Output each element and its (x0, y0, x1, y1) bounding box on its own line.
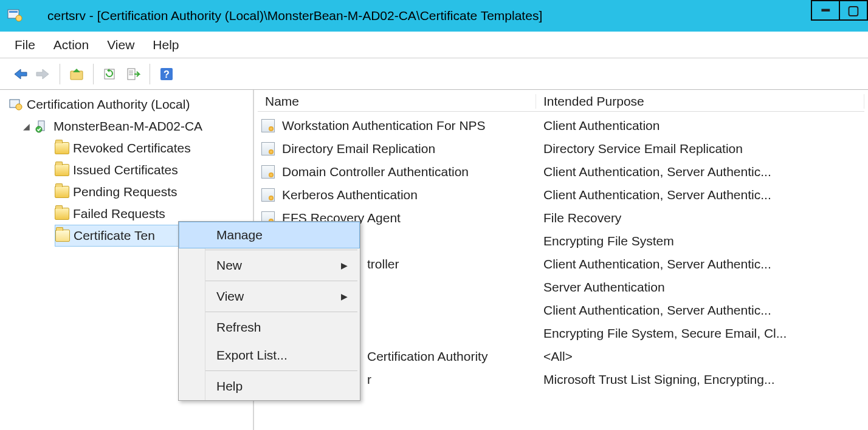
nav-back-button[interactable] (10, 64, 30, 84)
context-menu-item-export-list[interactable]: Export List... (179, 341, 360, 369)
context-menu-label: Manage (216, 228, 263, 242)
up-folder-button[interactable] (66, 64, 87, 84)
tree-item-label: Issued Certificates (73, 163, 178, 177)
submenu-arrow-icon: ▶ (341, 292, 348, 301)
template-name: Directory Email Replication (282, 142, 435, 156)
refresh-button[interactable] (100, 64, 120, 84)
svg-text:?: ? (164, 69, 170, 80)
tree-item-pending[interactable]: Pending Requests (0, 181, 253, 203)
context-menu-label: Help (216, 379, 243, 394)
window-title: certsrv - [Certification Authority (Loca… (47, 9, 542, 23)
cell-purpose: Client Authentication, Server Authentic.… (536, 188, 864, 202)
svg-rect-5 (128, 69, 135, 80)
cell-purpose: File Recovery (536, 211, 864, 225)
context-menu-label: New (216, 258, 242, 273)
cell-purpose: <All> (536, 349, 864, 364)
export-list-button[interactable] (123, 64, 143, 84)
tree-root-label: Certification Authority (Local) (27, 97, 190, 112)
cert-template-icon (261, 165, 275, 179)
cell-purpose: Microsoft Trust List Signing, Encrypting… (536, 372, 864, 387)
svg-rect-3 (71, 71, 83, 80)
tree-ca-node[interactable]: ◢ MonsterBean-M-AD02-CA (0, 115, 253, 137)
svg-point-12 (16, 104, 22, 110)
context-menu-separator (205, 250, 357, 250)
tree-ca-label: MonsterBean-M-AD02-CA (53, 119, 202, 134)
cell-purpose: Client Authentication, Server Authentic.… (536, 257, 864, 271)
tree-item-revoked[interactable]: Revoked Certificates (0, 137, 253, 159)
server-icon (35, 120, 50, 133)
cell-purpose: Client Authentication, Server Authentic.… (536, 165, 864, 179)
main-content: Certification Authority (Local) ◢ Monste… (0, 90, 868, 430)
column-header-name[interactable]: Name (258, 94, 536, 109)
tree-item-label: Revoked Certificates (73, 141, 191, 155)
ca-root-icon (9, 98, 23, 111)
toolbar-separator (150, 64, 150, 84)
folder-icon (55, 142, 69, 154)
context-menu-separator (205, 370, 357, 371)
context-menu-item-help[interactable]: Help (179, 372, 360, 400)
tree-item-issued[interactable]: Issued Certificates (0, 159, 253, 181)
minimize-button[interactable]: ━ (811, 0, 840, 21)
context-menu-item-new[interactable]: New▶ (179, 251, 360, 279)
tree-item-label: Certificate Ten (74, 228, 155, 243)
menu-file[interactable]: File (15, 38, 35, 52)
list-header: Name Intended Purpose (258, 91, 864, 112)
folder-icon (55, 208, 69, 220)
template-name: Kerberos Authentication (282, 188, 418, 202)
menu-help[interactable]: Help (153, 38, 179, 52)
cell-name: Directory Email Replication (258, 142, 536, 156)
context-menu-label: Export List... (216, 348, 288, 363)
toolbar-separator (60, 64, 60, 84)
menu-view[interactable]: View (107, 38, 134, 52)
list-row[interactable]: Directory Email ReplicationDirectory Ser… (254, 137, 868, 160)
column-header-purpose[interactable]: Intended Purpose (536, 94, 864, 109)
tree-item-label: Pending Requests (73, 185, 177, 199)
context-menu-item-manage[interactable]: Manage (179, 222, 360, 248)
menu-action[interactable]: Action (53, 38, 89, 52)
folder-icon (55, 164, 69, 176)
template-name: Certification Authority (367, 349, 487, 364)
toolbar: ? (0, 58, 868, 90)
expand-icon[interactable]: ◢ (23, 122, 32, 131)
context-menu-label: Refresh (216, 320, 261, 335)
toolbar-separator (93, 64, 94, 84)
cert-template-icon (261, 188, 275, 202)
cell-purpose: Encrypting File System, Secure Email, Cl… (536, 326, 864, 341)
tree-item-label: Failed Requests (73, 206, 165, 221)
help-button[interactable]: ? (156, 64, 177, 84)
svg-point-2 (16, 15, 22, 21)
context-menu-separator (205, 281, 357, 281)
context-menu-separator (205, 312, 357, 312)
context-menu: ManageNew▶View▶RefreshExport List...Help (178, 221, 360, 401)
window-controls: ━ ▢ (812, 0, 868, 32)
cell-purpose: Server Authentication (536, 280, 864, 295)
context-menu-label: View (216, 289, 244, 304)
template-name: Workstation Authentication For NPS (282, 118, 486, 133)
cell-name: Kerberos Authentication (258, 188, 536, 202)
cell-name: Domain Controller Authentication (258, 165, 536, 179)
cell-purpose: Client Authentication, Server Authentic.… (536, 303, 864, 318)
folder-open-icon (55, 230, 70, 242)
context-menu-item-refresh[interactable]: Refresh (179, 313, 360, 341)
template-name: Domain Controller Authentication (282, 165, 469, 179)
cell-purpose: Encrypting File System (536, 234, 864, 248)
submenu-arrow-icon: ▶ (341, 261, 348, 270)
svg-rect-1 (9, 11, 18, 13)
maximize-button[interactable]: ▢ (839, 0, 868, 21)
cell-purpose: Client Authentication (536, 118, 864, 133)
nav-forward-button[interactable] (33, 64, 53, 84)
context-menu-item-view[interactable]: View▶ (179, 282, 360, 310)
app-icon (7, 8, 23, 24)
list-row[interactable]: Workstation Authentication For NPSClient… (254, 114, 868, 137)
cert-template-icon (261, 142, 275, 155)
list-row[interactable]: Domain Controller AuthenticationClient A… (254, 160, 868, 183)
cell-purpose: Directory Service Email Replication (536, 142, 864, 156)
tree-root[interactable]: Certification Authority (Local) (0, 94, 253, 115)
menubar: File Action View Help (0, 32, 868, 58)
template-name: r (367, 372, 371, 387)
cert-template-icon (261, 119, 275, 132)
titlebar: certsrv - [Certification Authority (Loca… (0, 0, 868, 32)
template-name: troller (367, 257, 399, 271)
folder-icon (55, 186, 69, 198)
list-row[interactable]: Kerberos AuthenticationClient Authentica… (254, 183, 868, 206)
